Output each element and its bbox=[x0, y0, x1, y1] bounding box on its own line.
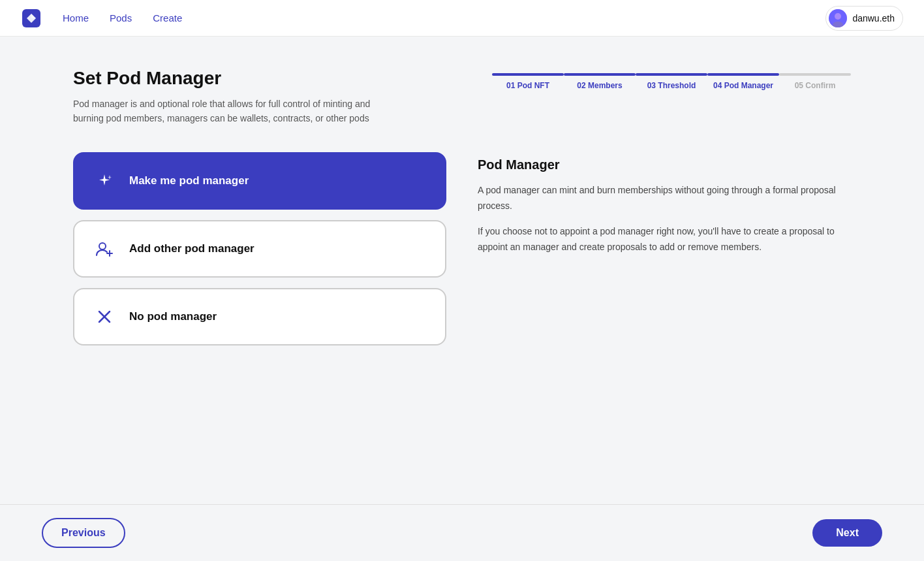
step-label-3: 03 Threshold bbox=[647, 81, 696, 90]
page-title: Set Pod Manager bbox=[73, 68, 399, 89]
navbar: Home Pods Create danwu.eth bbox=[0, 0, 924, 37]
main-content: Set Pod Manager Pod manager is and optio… bbox=[31, 37, 893, 366]
step-label-2: 02 Members bbox=[577, 81, 622, 90]
page-title-block: Set Pod Manager Pod manager is and optio… bbox=[73, 68, 399, 126]
step-1: 01 Pod NFT bbox=[492, 73, 564, 90]
next-button[interactable]: Next bbox=[812, 519, 882, 547]
footer: Previous Next bbox=[0, 504, 924, 561]
avatar bbox=[829, 9, 847, 27]
close-icon bbox=[93, 305, 116, 329]
previous-button[interactable]: Previous bbox=[42, 518, 125, 548]
no-manager-label: No pod manager bbox=[129, 310, 217, 323]
content-grid: Make me pod manager Add other pod manage… bbox=[73, 152, 851, 345]
add-other-manager-label: Add other pod manager bbox=[129, 242, 254, 255]
nav-pods[interactable]: Pods bbox=[110, 12, 132, 24]
svg-point-4 bbox=[99, 243, 106, 249]
page-header: Set Pod Manager Pod manager is and optio… bbox=[73, 68, 851, 126]
add-other-manager-button[interactable]: Add other pod manager bbox=[73, 220, 446, 278]
options-list: Make me pod manager Add other pod manage… bbox=[73, 152, 446, 345]
page-subtitle: Pod manager is and optional role that al… bbox=[73, 97, 399, 126]
step-label-4: 04 Pod Manager bbox=[713, 81, 773, 90]
svg-point-2 bbox=[835, 13, 841, 20]
info-panel: Pod Manager A pod manager can mint and b… bbox=[478, 152, 851, 266]
step-label-1: 01 Pod NFT bbox=[506, 81, 549, 90]
nav-home[interactable]: Home bbox=[63, 12, 89, 24]
add-user-icon bbox=[93, 237, 116, 261]
step-bar-5 bbox=[779, 73, 851, 76]
step-bar-4 bbox=[707, 73, 779, 76]
no-manager-button[interactable]: No pod manager bbox=[73, 288, 446, 345]
step-3: 03 Threshold bbox=[636, 73, 707, 90]
sparkle-icon bbox=[93, 169, 116, 193]
step-bar-3 bbox=[636, 73, 707, 76]
step-5: 05 Confirm bbox=[779, 73, 851, 90]
step-bar-2 bbox=[564, 73, 636, 76]
step-4: 04 Pod Manager bbox=[707, 73, 779, 90]
make-me-manager-label: Make me pod manager bbox=[129, 174, 249, 187]
step-2: 02 Members bbox=[564, 73, 636, 90]
username: danwu.eth bbox=[852, 13, 895, 24]
info-paragraph-1: A pod manager can mint and burn membersh… bbox=[478, 183, 851, 214]
nav-create[interactable]: Create bbox=[153, 12, 182, 24]
step-label-5: 05 Confirm bbox=[795, 81, 836, 90]
stepper: 01 Pod NFT 02 Members 03 Threshold 04 Po… bbox=[492, 68, 851, 90]
info-title: Pod Manager bbox=[478, 157, 851, 172]
nav-links: Home Pods Create bbox=[63, 12, 825, 24]
info-paragraph-2: If you choose not to appoint a pod manag… bbox=[478, 224, 851, 255]
user-menu[interactable]: danwu.eth bbox=[825, 6, 903, 31]
step-bar-1 bbox=[492, 73, 564, 76]
logo[interactable] bbox=[21, 8, 42, 29]
make-me-manager-button[interactable]: Make me pod manager bbox=[73, 152, 446, 210]
